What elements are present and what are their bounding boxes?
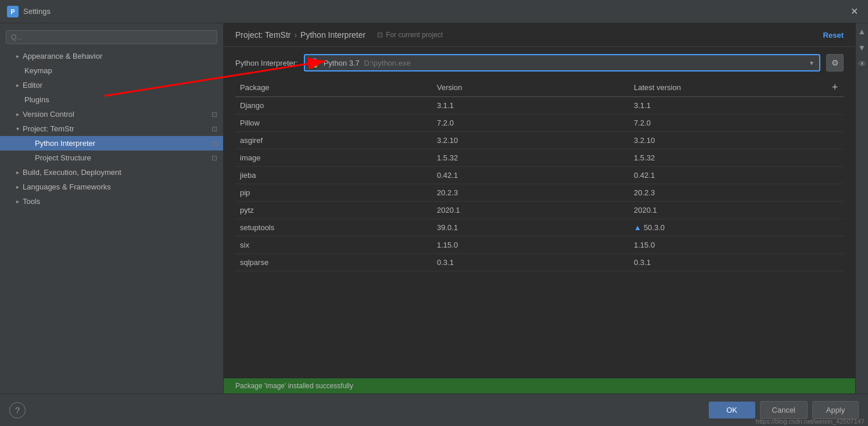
eye-icon[interactable]: 👁: [856, 58, 868, 70]
chevron-icon: ▸: [16, 184, 19, 190]
interpreter-select[interactable]: Python 3.7 D:\python.exe ▼: [304, 54, 820, 71]
copy-icon: ⊡: [211, 139, 217, 148]
sidebar-item-python-interpreter[interactable]: Python Interpreter⊡: [0, 136, 223, 151]
cell-package: setuptools: [235, 221, 432, 234]
sidebar-item-project-temstr[interactable]: ▾Project: TemStr⊡: [0, 121, 223, 136]
cell-package: Pillow: [235, 117, 432, 129]
python-icon: [310, 58, 320, 68]
sidebar-item-keymap[interactable]: Keymap: [0, 63, 223, 78]
cell-package: image: [235, 152, 432, 164]
cell-version: 20.2.3: [432, 187, 629, 199]
sidebar-item-build-execution[interactable]: ▸Build, Execution, Deployment: [0, 165, 223, 180]
sidebar: ▸Appearance & BehaviorKeymap▸EditorPlugi…: [0, 23, 224, 393]
bottom-bar: ? OK Cancel Apply: [0, 393, 868, 426]
sidebar-item-label: Project Structure: [35, 153, 91, 162]
scroll-down-icon[interactable]: ▼: [856, 42, 868, 53]
cell-action: [826, 99, 844, 112]
chevron-icon: ▸: [16, 111, 19, 117]
table-header: Package Version Latest version +: [235, 78, 844, 97]
table-row[interactable]: six1.15.01.15.0: [235, 237, 844, 254]
cell-version: 3.2.10: [432, 134, 629, 146]
table-row[interactable]: Django3.1.13.1.1: [235, 97, 844, 114]
title-bar: P Settings ✕: [0, 0, 868, 23]
breadcrumb: Project: TemStr › Python Interpreter ⊡ F…: [235, 30, 443, 40]
breadcrumb-project: Project: TemStr: [235, 30, 290, 40]
add-package-button[interactable]: +: [826, 82, 844, 93]
cell-package: jieba: [235, 169, 432, 181]
cell-latest: 3.1.1: [629, 99, 826, 112]
cell-package: six: [235, 239, 432, 251]
sidebar-item-label: Python Interpreter: [35, 139, 95, 148]
chevron-icon: ▸: [16, 169, 19, 176]
sidebar-item-languages-frameworks[interactable]: ▸Languages & Frameworks: [0, 180, 223, 194]
chevron-icon: ▸: [16, 82, 19, 88]
table-row[interactable]: image1.5.321.5.32: [235, 149, 844, 167]
sidebar-item-label: Editor: [23, 81, 42, 90]
interpreter-label: Python Interpreter:: [235, 59, 298, 67]
col-version: Version: [432, 82, 629, 93]
window-title: Settings: [23, 7, 51, 16]
table-row[interactable]: asgiref3.2.103.2.10: [235, 132, 844, 149]
sidebar-item-editor[interactable]: ▸Editor: [0, 78, 223, 92]
cell-package: asgiref: [235, 134, 432, 146]
cell-action: [826, 187, 844, 199]
table-row[interactable]: sqlparse0.3.10.3.1: [235, 254, 844, 271]
sidebar-item-label: Appearance & Behavior: [23, 52, 102, 60]
cell-version: 39.0.1: [432, 221, 629, 234]
dropdown-arrow-icon: ▼: [809, 60, 815, 66]
sidebar-search-container: [6, 30, 217, 44]
col-latest: Latest version: [629, 82, 826, 93]
table-row[interactable]: jieba0.42.10.42.1: [235, 167, 844, 184]
copy-icon: ⊡: [211, 125, 217, 133]
status-bar: Package 'image' installed successfully: [224, 378, 855, 393]
chevron-icon: ▸: [16, 198, 19, 205]
sidebar-items-container: ▸Appearance & BehaviorKeymap▸EditorPlugi…: [0, 49, 223, 209]
cell-action: [826, 117, 844, 129]
cell-latest: 1.5.32: [629, 152, 826, 164]
cell-version: 7.2.0: [432, 117, 629, 129]
content-header: Project: TemStr › Python Interpreter ⊡ F…: [224, 23, 855, 47]
table-row[interactable]: setuptools39.0.1▲ 50.3.0: [235, 219, 844, 237]
reset-button[interactable]: Reset: [823, 31, 844, 40]
interpreter-row: Python Interpreter:: [224, 47, 855, 78]
sidebar-item-tools[interactable]: ▸Tools: [0, 194, 223, 209]
breadcrumb-separator: ›: [294, 30, 297, 40]
table-row[interactable]: pytz2020.12020.1: [235, 202, 844, 219]
interpreter-name: Python 3.7 D:\python.exe: [324, 59, 804, 67]
sidebar-item-label: Plugins: [24, 95, 49, 104]
cell-version: 3.1.1: [432, 99, 629, 112]
sidebar-item-plugins[interactable]: Plugins: [0, 92, 223, 107]
table-row[interactable]: Pillow7.2.07.2.0: [235, 114, 844, 132]
content-area: Project: TemStr › Python Interpreter ⊡ F…: [224, 23, 855, 393]
app-icon: P: [7, 6, 19, 17]
help-button[interactable]: ?: [9, 402, 26, 418]
sidebar-item-label: Languages & Frameworks: [23, 182, 111, 191]
copy-icon: ⊡: [211, 110, 217, 119]
sidebar-item-label: Project: TemStr: [23, 124, 74, 133]
scroll-up-icon[interactable]: ▲: [856, 26, 868, 37]
interpreter-path: D:\python.exe: [364, 59, 410, 67]
sidebar-item-appearance[interactable]: ▸Appearance & Behavior: [0, 49, 223, 63]
cell-latest: 0.42.1: [629, 169, 826, 181]
copy-icon: ⊡: [211, 154, 217, 162]
table-row[interactable]: pip20.2.320.2.3: [235, 184, 844, 202]
for-current-project: ⊡ For current project: [377, 31, 443, 39]
ok-button[interactable]: OK: [709, 402, 755, 418]
right-tools-panel: ▲ ▼ 👁: [855, 23, 868, 393]
cell-package: Django: [235, 99, 432, 112]
cell-package: pytz: [235, 204, 432, 216]
status-message: Package 'image' installed successfully: [235, 382, 353, 390]
sidebar-item-version-control[interactable]: ▸Version Control⊡: [0, 107, 223, 121]
cell-action: [826, 152, 844, 164]
website-notice: https://blog.csdn.net/weixin_42507147: [752, 417, 868, 426]
interpreter-gear-button[interactable]: ⚙: [826, 54, 844, 71]
cell-latest: 20.2.3: [629, 187, 826, 199]
sidebar-item-label: Keymap: [24, 66, 52, 75]
cell-version: 2020.1: [432, 204, 629, 216]
search-input[interactable]: [6, 30, 217, 44]
cell-package: pip: [235, 187, 432, 199]
close-button[interactable]: ✕: [847, 5, 861, 19]
sidebar-item-project-structure[interactable]: Project Structure⊡: [0, 151, 223, 165]
cell-action: [826, 169, 844, 181]
update-arrow-icon: ▲: [634, 223, 641, 232]
